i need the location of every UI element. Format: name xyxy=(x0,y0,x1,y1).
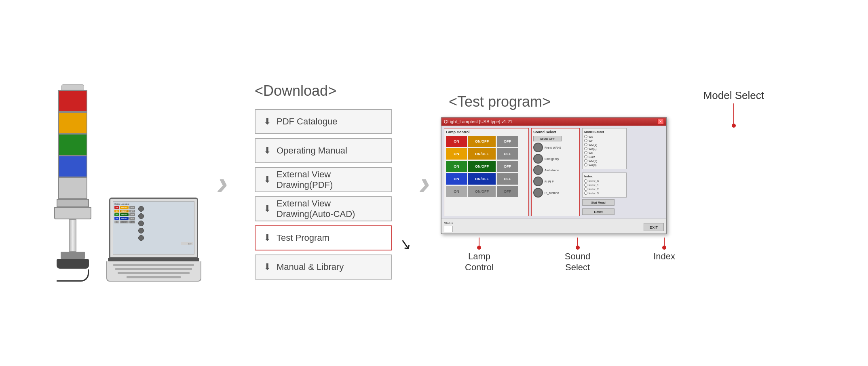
tower-base-mid xyxy=(57,199,89,207)
model-ann-line xyxy=(733,103,734,124)
lamp-control-panel: Lamp Control ON ON/OFF OFF ON ON/OFF OFF xyxy=(444,128,529,216)
lamp-row-5: ON ON/OFF OFF xyxy=(446,186,527,197)
test-program-title: <Test program> xyxy=(449,93,551,110)
lamp-on-green[interactable]: ON xyxy=(446,161,467,172)
radio-dot-index3[interactable] xyxy=(584,191,587,195)
sound-ann-dot xyxy=(576,246,580,250)
window-body: Lamp Control ON ON/OFF OFF ON ON/OFF OFF xyxy=(441,126,666,219)
tower-top-cap xyxy=(61,84,84,90)
radio-dot-wb[interactable] xyxy=(584,151,587,154)
pi-label: PI-PI-PI xyxy=(545,180,555,183)
speaker-icon-1 xyxy=(533,143,543,152)
tower-body xyxy=(54,84,91,219)
radio-dot-wa1[interactable] xyxy=(584,147,587,150)
ext-view-cad-button[interactable]: ⬇ External View Drawing(Auto-CAD) xyxy=(255,196,392,221)
operating-manual-button[interactable]: ⬇ Operating Manual xyxy=(255,138,392,163)
exit-button[interactable]: EXIT xyxy=(644,223,664,231)
window-titlebar: QLight_Lamptest [USB type] v1.21 ✕ xyxy=(441,118,666,126)
lamp-onoff-blue[interactable]: ON/OFF xyxy=(468,173,496,185)
lamp-row-1: ON ON/OFF OFF xyxy=(446,136,527,147)
radio-dot-wm8[interactable] xyxy=(584,159,587,162)
radio-dot-index0[interactable] xyxy=(584,179,587,183)
reset-button[interactable]: Reset xyxy=(582,208,615,215)
lamp-onoff-red[interactable]: ON/OFF xyxy=(468,136,496,147)
stat-read-button[interactable]: Stat Read xyxy=(582,199,615,206)
radio-label-wa1: WA(1) xyxy=(589,147,597,150)
pdf-catalogue-button[interactable]: ⬇ PDF Catalogue xyxy=(255,109,392,134)
radio-dot-buzz[interactable] xyxy=(584,155,587,158)
lamp-ann-line xyxy=(479,238,479,246)
lamp-off-red[interactable]: OFF xyxy=(497,136,518,147)
window-close-button[interactable]: ✕ xyxy=(657,119,664,124)
ext-view-pdf-label: External View Drawing(PDF) xyxy=(277,169,383,190)
laptop-screen-inner: QLight Lamptest ON ON/OFF OFF O xyxy=(113,201,194,255)
sound-ann-line xyxy=(577,238,578,246)
keyboard-row-3 xyxy=(118,272,190,274)
sound-row-emergency: Emergency xyxy=(533,154,578,164)
status-field xyxy=(444,226,453,232)
lamp-on-clear[interactable]: ON xyxy=(446,186,467,197)
manual-library-button[interactable]: ⬇ Manual & Library xyxy=(255,255,392,280)
radio-dot-index1[interactable] xyxy=(584,183,587,187)
laptop-screen: QLight Lamptest ON ON/OFF OFF O xyxy=(109,198,198,258)
test-program-label: Test Program xyxy=(277,233,329,243)
fire-label: Fire A-WANS xyxy=(545,146,561,149)
lamp-off-clear[interactable]: OFF xyxy=(497,186,518,197)
model-select-label: Model Select xyxy=(703,89,764,102)
lamp-off-blue[interactable]: OFF xyxy=(497,173,518,185)
radio-label-wa8: WA(8) xyxy=(589,164,597,166)
download-icon-4: ⬇ xyxy=(264,204,271,214)
lamp-control-annotation: LampControl xyxy=(465,238,494,273)
radio-dot-wa8[interactable] xyxy=(584,163,587,166)
lamp-ann-dot xyxy=(477,246,481,250)
laptop-hinge xyxy=(108,258,199,261)
sound-select-panel: Sound Select Sound OFF Fire A-WANS Emerg… xyxy=(531,128,580,216)
model-panel-title: Model Select xyxy=(584,130,625,134)
sound-row-ambulance: Ambulance xyxy=(533,165,578,175)
lamp-off-yellow[interactable]: OFF xyxy=(497,148,518,160)
keyboard-row-4 xyxy=(127,276,181,278)
lamp-off-green[interactable]: OFF xyxy=(497,161,518,172)
test-program-section: Model Select <Test program> QLight_Lampt… xyxy=(441,93,675,273)
lamp-row-2: ON ON/OFF OFF xyxy=(446,148,527,160)
download-icon-5: ⬇ xyxy=(264,233,271,243)
status-bar: Status EXIT xyxy=(441,219,666,233)
sound-ann-label: SoundSelect xyxy=(565,251,591,273)
speaker-icon-5 xyxy=(533,188,543,198)
tower-segment-blue xyxy=(58,156,87,177)
tower-segment-red xyxy=(58,90,87,112)
radio-label-wp: WP xyxy=(589,139,593,142)
radio-label-index2: Index_2 xyxy=(589,188,599,191)
lamp-onoff-yellow[interactable]: ON/OFF xyxy=(468,148,496,160)
page-container: QLight Lamptest ON ON/OFF OFF O xyxy=(0,0,868,366)
model-ann-dot xyxy=(732,124,736,128)
lamptest-window: QLight_Lamptest [USB type] v1.21 ✕ Lamp … xyxy=(441,117,667,234)
index-title: Index xyxy=(584,175,625,178)
sound-row-pl: PI_confune xyxy=(533,188,578,198)
lamp-on-red[interactable]: ON xyxy=(446,136,467,147)
ext-view-pdf-button[interactable]: ⬇ External View Drawing(PDF) xyxy=(255,167,392,192)
arrow-right: › xyxy=(408,167,441,199)
radio-label-index0: Index_0 xyxy=(589,180,599,183)
radio-dot-ws[interactable] xyxy=(584,135,587,138)
lamp-onoff-clear[interactable]: ON/OFF xyxy=(468,186,496,197)
model-select-annotation: Model Select xyxy=(703,89,764,128)
mini-ui: QLight Lamptest ON ON/OFF OFF O xyxy=(113,202,194,254)
lamp-onoff-green[interactable]: ON/OFF xyxy=(468,161,496,172)
radio-dot-wm1[interactable] xyxy=(584,143,587,146)
radio-dot-index2[interactable] xyxy=(584,187,587,191)
lamp-on-blue[interactable]: ON xyxy=(446,173,467,185)
tower-foot xyxy=(57,259,89,269)
download-icon-2: ⬇ xyxy=(264,145,271,156)
cursor-arrow: ↙ xyxy=(398,235,413,254)
ambulance-label: Ambulance xyxy=(545,169,559,172)
radio-label-wm8: WM(8) xyxy=(589,160,597,162)
test-program-button[interactable]: ⬇ Test Program ↙ xyxy=(255,225,392,250)
lamp-on-yellow[interactable]: ON xyxy=(446,148,467,160)
tower-pole xyxy=(69,219,76,252)
sound-off-button[interactable]: Sound OFF xyxy=(533,136,562,141)
tower-section xyxy=(36,84,109,282)
radio-dot-wp[interactable] xyxy=(584,139,587,142)
arrow-left: › xyxy=(206,167,239,199)
radio-label-ws: WS xyxy=(589,135,593,138)
